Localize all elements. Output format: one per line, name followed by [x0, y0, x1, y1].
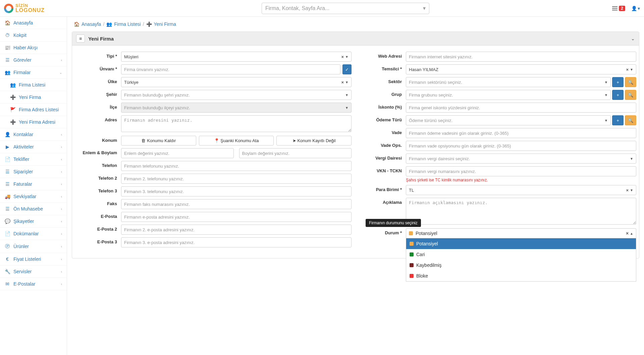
- sidebar-item[interactable]: 👥Firma Listesi: [0, 79, 67, 91]
- notifications[interactable]: 2: [612, 6, 625, 11]
- odeme-select[interactable]: Ödeme türünü seçiniz. ▼: [406, 115, 611, 125]
- sektor-select[interactable]: Firmanın sektörünü seçiniz. ▼: [406, 77, 611, 87]
- grup-add-button[interactable]: +: [612, 90, 624, 100]
- vkn-input[interactable]: [406, 166, 636, 176]
- eposta3-input[interactable]: [121, 237, 352, 247]
- panel-collapse-button[interactable]: ⌄: [631, 36, 635, 41]
- sidebar-item[interactable]: ▶Aktiviteler‹: [0, 141, 67, 153]
- durum-option[interactable]: Kaybedilmiş: [406, 260, 636, 271]
- sidebar-item-label: Siparişler: [13, 169, 33, 174]
- panel-menu-button[interactable]: ≡: [76, 35, 85, 43]
- clear-icon[interactable]: ×: [626, 231, 629, 236]
- suanki-konumu-button[interactable]: 📍 Şuanki Konumu Ata: [199, 136, 274, 145]
- label-adres: Adres: [75, 115, 121, 122]
- eposta-input[interactable]: [121, 212, 352, 222]
- iskonto-input[interactable]: [406, 103, 636, 113]
- global-search[interactable]: Firma, Kontak, Sayfa Ara... ▾: [262, 3, 429, 14]
- durum-option[interactable]: Cari: [406, 249, 636, 260]
- durum-select[interactable]: Potansiyel × ▲: [406, 228, 636, 238]
- enlem-input[interactable]: [121, 148, 234, 158]
- sidebar-item-label: Yeni Firma Adresi: [19, 119, 55, 125]
- caret-down-icon: ▼: [604, 119, 608, 122]
- clear-icon[interactable]: ×: [626, 67, 629, 72]
- ulke-select[interactable]: Türkiye × ▼: [121, 77, 352, 87]
- chevron-icon: ‹: [61, 133, 62, 136]
- sidebar-item[interactable]: 📄Dokümanlar‹: [0, 228, 67, 240]
- sidebar-item[interactable]: 🚚Sevkiyatlar‹: [0, 190, 67, 203]
- main-content: 🏠 Anasayfa / 👥 Firma Listesi / ➕ Yeni Fi…: [67, 17, 644, 355]
- label-konum: Konum: [75, 136, 121, 143]
- chevron-icon: ‹: [61, 145, 62, 149]
- flag-icon: 🚩: [10, 107, 15, 112]
- sektor-add-button[interactable]: +: [612, 77, 624, 87]
- sidebar-item[interactable]: ☰Siparişler‹: [0, 166, 67, 178]
- durum-option[interactable]: Bloke: [406, 271, 636, 281]
- sidebar-item[interactable]: ☰Faturalar‹: [0, 178, 67, 190]
- sidebar-item[interactable]: 💬Şikayetler‹: [0, 215, 67, 228]
- sidebar-item[interactable]: ➕Yeni Firma Adresi: [0, 116, 67, 128]
- odeme-search-button[interactable]: 🔍: [625, 115, 636, 125]
- vadeops-input[interactable]: [406, 141, 636, 151]
- caret-down-icon: ▼: [604, 93, 608, 97]
- faks-input[interactable]: [121, 199, 352, 209]
- eposta2-input[interactable]: [121, 225, 352, 235]
- sidebar-item[interactable]: 👥Firmalar⌄: [0, 66, 67, 79]
- odeme-add-button[interactable]: +: [612, 115, 624, 125]
- sidebar-item[interactable]: ☰Görevler‹: [0, 54, 67, 66]
- grup-search-button[interactable]: 🔍: [625, 90, 636, 100]
- konumu-kaldir-button[interactable]: 🗑 Konumu Kaldır: [121, 136, 196, 145]
- file-icon: 📄: [5, 157, 10, 162]
- logo[interactable]: SİZİN LOGONUZ: [4, 3, 67, 13]
- clear-icon[interactable]: ×: [626, 188, 629, 193]
- boylam-input[interactable]: [239, 148, 352, 158]
- sidebar-item[interactable]: ⓅÜrünler‹: [0, 240, 67, 253]
- breadcrumb-list[interactable]: Firma Listesi: [114, 21, 141, 27]
- label-telefon2: Telefon 2: [75, 174, 121, 181]
- grup-select[interactable]: Firma grubunu seçiniz. ▼: [406, 90, 611, 100]
- tipi-select[interactable]: Müşteri × ▼: [121, 52, 352, 62]
- vade-input[interactable]: [406, 128, 636, 138]
- temsilci-select[interactable]: Hasan YILMAZ × ▼: [406, 64, 636, 74]
- telefon2-input[interactable]: [121, 174, 352, 184]
- sidebar-item-label: Ürünler: [13, 244, 29, 249]
- sidebar-item[interactable]: 👤Kontaklar‹: [0, 128, 67, 141]
- adres-textarea[interactable]: [121, 115, 352, 132]
- telefon-input[interactable]: [121, 161, 352, 171]
- durum-option[interactable]: Potansiyel: [406, 238, 636, 249]
- sektor-search-button[interactable]: 🔍: [625, 77, 636, 87]
- sidebar-item[interactable]: ☰Ön Muhasebe‹: [0, 203, 67, 215]
- unvani-input[interactable]: [121, 64, 340, 74]
- clear-icon[interactable]: ×: [341, 80, 344, 85]
- plus-icon: +: [616, 93, 619, 98]
- plus-icon: +: [616, 80, 619, 85]
- sidebar-item[interactable]: ➕Yeni Firma: [0, 91, 67, 104]
- sidebar-item[interactable]: 📄Teklifler‹: [0, 153, 67, 166]
- sidebar-item[interactable]: €Fiyat Listeleri‹: [0, 253, 67, 265]
- sidebar-item-label: Görevler: [13, 57, 32, 63]
- label-eposta3: E-Posta 3: [75, 237, 121, 244]
- sidebar-item[interactable]: ✉E-Postalar‹: [0, 278, 67, 290]
- sidebar-item[interactable]: 🚩Firma Adres Listesi: [0, 104, 67, 116]
- sidebar-item[interactable]: 📰Haber Akışı: [0, 42, 67, 54]
- unvani-check-button[interactable]: ✓: [342, 64, 352, 74]
- list-icon: ☰: [5, 181, 10, 187]
- label-eposta2: E-Posta 2: [75, 225, 121, 232]
- web-input[interactable]: [406, 52, 636, 62]
- clear-icon[interactable]: ×: [341, 54, 344, 59]
- telefon3-input[interactable]: [121, 186, 352, 196]
- status-swatch-icon: [410, 263, 414, 267]
- sidebar-item[interactable]: ⏱Kokpit: [0, 29, 67, 42]
- sidebar-item[interactable]: 🔧Servisler‹: [0, 265, 67, 278]
- breadcrumb-home[interactable]: Anasayfa: [82, 21, 101, 27]
- konum-kayitli-button[interactable]: ➤ Konum Kayıtlı Değil: [276, 136, 352, 145]
- list-icon: ☰: [5, 57, 10, 63]
- sidebar-item[interactable]: 🏠Anasayfa: [0, 17, 67, 29]
- wrench-icon: 🔧: [5, 269, 10, 274]
- para-select[interactable]: TL × ▼: [406, 185, 636, 195]
- vergidaire-select[interactable]: Firmanın vergi dairesini seçiniz. ▼: [406, 154, 636, 164]
- sehir-select[interactable]: Firmanın bulunduğu şehri yazınız. ▼: [121, 90, 352, 100]
- breadcrumb-new[interactable]: Yeni Firma: [154, 21, 176, 27]
- user-menu[interactable]: 👤 ▾: [631, 6, 640, 11]
- aciklama-textarea[interactable]: [406, 198, 636, 225]
- durum-dropdown: PotansiyelCariKaybedilmişBloke: [406, 238, 636, 282]
